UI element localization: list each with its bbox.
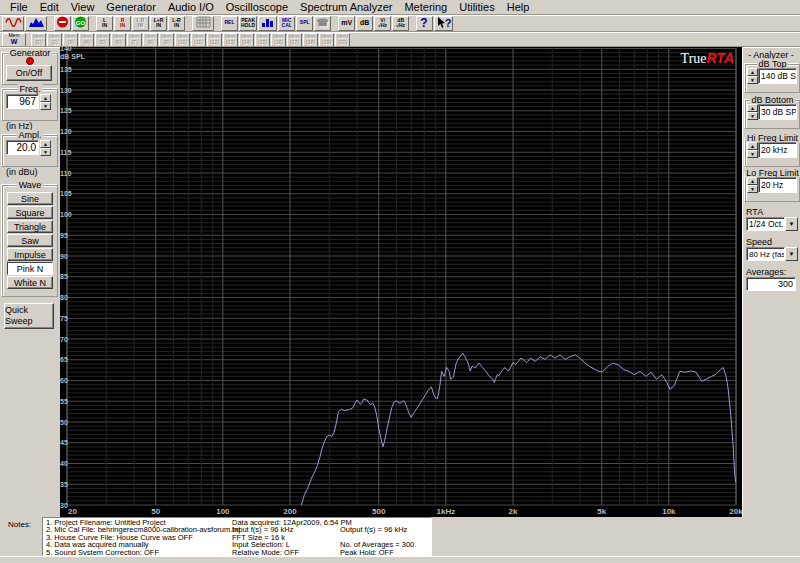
wave-saw-button[interactable]: Saw [7,234,53,247]
mem-slot-button-20[interactable]: Mem(20) [335,33,350,47]
db-top-field[interactable]: 140 dB SPL [758,68,797,84]
mem-slot-button-3[interactable]: Mem(3) [63,33,78,47]
menu-utilities[interactable]: Utilities [453,1,500,13]
mem-slot-button-16[interactable]: Mem(16) [271,33,286,47]
notes-line-5: 5. Sound System Correction: OFFRelative … [46,549,431,556]
input-right-button[interactable]: RIN [114,16,131,31]
mic-cal-button[interactable]: MICCAL [278,16,295,31]
mem-slot-button-18[interactable]: Mem(18) [303,33,318,47]
svg-text:☎: ☎ [316,17,329,28]
menu-edit[interactable]: Edit [34,1,65,13]
stop-button[interactable] [54,16,71,31]
db-per-root-hz-button[interactable]: dB√Hz [392,16,409,31]
mem-slot-button-6[interactable]: Mem(6) [111,33,126,47]
wave-triangle-button[interactable]: Triangle [7,220,53,233]
mem-slot-button-13[interactable]: Mem(13) [223,33,238,47]
generator-window-button[interactable] [2,16,24,31]
freq-up-button[interactable]: ▲ [40,94,51,102]
db-top-down-button[interactable]: ▼ [747,76,758,84]
truerta-window: FileEditViewGeneratorAudio I/OOscillosco… [0,0,800,563]
input-lr-button[interactable]: L RIN [132,16,149,31]
mem-slot-button-7[interactable]: Mem(7) [127,33,142,47]
peak-hold-button[interactable]: PEAKHOLD [239,16,257,31]
ampl-input[interactable]: 20.0 [6,140,39,155]
help-button[interactable]: ? [416,16,433,31]
svg-text:GO: GO [76,20,86,26]
analyzer-window-button[interactable] [25,16,47,31]
menu-view[interactable]: View [65,1,101,13]
truerta-logo: TrueRTA [681,50,734,67]
mem-slot-button-5[interactable]: Mem(5) [95,33,110,47]
svg-text:20k: 20k [729,507,742,516]
wave-pink-n-button[interactable]: Pink N [7,262,53,275]
mem-slot-button-10[interactable]: Mem(10) [175,33,190,47]
db-bottom-field[interactable]: 30 dB SPL [758,104,797,120]
svg-text:65: 65 [60,356,68,363]
menu-oscilloscope[interactable]: Oscilloscope [220,1,294,13]
menu-file[interactable]: File [4,1,34,13]
freq-down-button[interactable]: ▼ [40,102,51,110]
volts-per-root-hz-button[interactable]: V/√Hz [374,16,391,31]
relative-mode-button[interactable]: REL [221,16,238,31]
mem-slot-button-8[interactable]: Mem(8) [143,33,158,47]
db-bottom-down-button[interactable]: ▼ [747,112,758,120]
db-top-up-button[interactable]: ▲ [747,68,758,76]
ampl-up-button[interactable]: ▲ [40,140,51,148]
phone-cal-button[interactable]: ☎ [314,16,331,31]
averages-input[interactable]: 300 [746,277,796,291]
wave-white-n-button[interactable]: White N [7,276,53,289]
input-l-plus-r-button[interactable]: L+RIN [150,16,167,31]
mem-slot-button-17[interactable]: Mem(17) [287,33,302,47]
decibels-button[interactable]: dB [356,16,373,31]
hi-freq-down-button[interactable]: ▼ [747,150,758,158]
generator-on-off-button[interactable]: On/Off [6,65,52,81]
wave-impulse-button[interactable]: Impulse [7,248,53,261]
speed-tradeoff-select[interactable]: 80 Hz (fast) ▼ [746,247,798,261]
menu-metering[interactable]: Metering [398,1,453,13]
mem-slot-button-2[interactable]: Mem(2) [47,33,62,47]
svg-text:45: 45 [60,439,68,446]
menu-help[interactable]: Help [501,1,536,13]
mem-slot-button-4[interactable]: Mem(4) [79,33,94,47]
wave-square-button[interactable]: Square [7,206,53,219]
phone-icon: ☎ [316,16,329,29]
input-left-button[interactable]: LIN [96,16,113,31]
mem-slot-button-9[interactable]: Mem(9) [159,33,174,47]
notes-label: Notes: [8,520,31,529]
freq-group-label: Freq. [17,84,42,94]
mem-slot-button-19[interactable]: Mem(19) [319,33,334,47]
mem-slot-button-1[interactable]: Mem(1) [31,33,46,47]
context-help-icon: ? [436,16,452,30]
lo-freq-up-button[interactable]: ▲ [747,177,758,185]
menu-generator[interactable]: Generator [100,1,162,13]
input-l-minus-r-button[interactable]: L-RIN [168,16,185,31]
rta-resolution-select[interactable]: 1/24 Oct. ▼ [746,217,798,231]
mem-slot-button-15[interactable]: Mem(15) [255,33,270,47]
bar-display-button[interactable] [258,16,277,31]
hi-freq-up-button[interactable]: ▲ [747,142,758,150]
mem-slot-button-12[interactable]: Mem(12) [207,33,222,47]
lo-freq-field[interactable]: 20 Hz [758,177,797,193]
context-help-button[interactable]: ? [434,16,453,31]
svg-text:dB SPL: dB SPL [60,53,86,60]
wave-sine-button[interactable]: Sine [7,192,53,205]
lo-freq-down-button[interactable]: ▼ [747,185,758,193]
spl-button[interactable]: SPL [296,16,313,31]
quick-sweep-button[interactable]: Quick Sweep [4,303,54,329]
chevron-down-icon[interactable]: ▼ [785,217,798,231]
mem-slot-button-11[interactable]: Mem(11) [191,33,206,47]
ampl-down-button[interactable]: ▼ [40,148,51,156]
freq-input[interactable]: 967 [6,94,39,109]
spectrum-icon [28,16,45,29]
millivolts-button[interactable]: mV [338,16,355,31]
menu-audio-i-o[interactable]: Audio I/O [162,1,220,13]
chevron-down-icon[interactable]: ▼ [785,247,798,261]
mem-write-button[interactable]: MemW [2,33,26,47]
svg-text:130: 130 [60,87,72,94]
db-bottom-up-button[interactable]: ▲ [747,104,758,112]
mem-slot-button-14[interactable]: Mem(14) [239,33,254,47]
grid-toggle-button[interactable] [192,16,214,31]
hi-freq-field[interactable]: 20 kHz [758,142,797,158]
go-button[interactable]: GO [72,16,89,31]
menu-spectrum-analyzer[interactable]: Spectrum Analyzer [294,1,398,13]
